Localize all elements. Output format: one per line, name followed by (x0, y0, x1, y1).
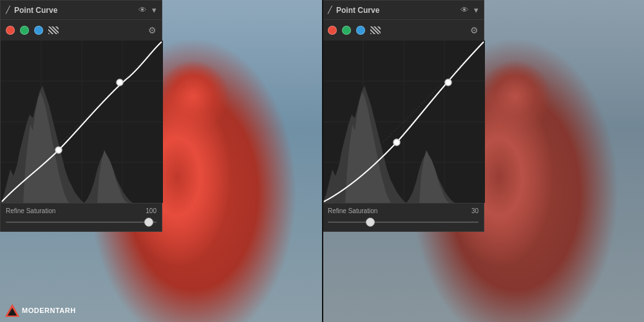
left-slider-thumb[interactable] (144, 218, 153, 227)
visibility-icon-left[interactable]: 👁 (138, 5, 147, 15)
stripe-channel-left[interactable] (48, 26, 59, 34)
gear-icon-left[interactable]: ⚙ (148, 25, 156, 35)
curve-line-icon-left: ╱ (6, 6, 10, 14)
blue-channel-dot-left[interactable] (34, 26, 43, 35)
watermark-triangle-icon (5, 304, 19, 317)
right-slider-label-row: Refine Saturation 30 (328, 207, 478, 214)
right-slider-label: Refine Saturation (328, 207, 377, 214)
left-channel-row: ⚙ (1, 20, 162, 41)
dropdown-icon-right[interactable]: ▾ (474, 5, 478, 15)
right-slider-thumb[interactable] (366, 218, 375, 227)
blue-channel-dot-right[interactable] (356, 26, 365, 35)
right-slider-track[interactable] (328, 217, 478, 227)
right-header-right: 👁 ▾ (460, 5, 478, 15)
right-slider-line (328, 222, 478, 223)
right-panel-title: Point Curve (336, 6, 379, 15)
watermark-left: MODERNTARH (5, 304, 76, 317)
left-panel-section: ╱ Point Curve 👁 ▾ ⚙ (0, 0, 322, 322)
right-curve-graph[interactable] (323, 41, 485, 203)
green-channel-dot-left[interactable] (20, 26, 29, 35)
red-channel-dot-left[interactable] (6, 26, 15, 35)
red-channel-dot-right[interactable] (328, 26, 337, 35)
svg-point-24 (393, 139, 400, 146)
left-header-left: ╱ Point Curve (6, 6, 57, 15)
left-slider-area: Refine Saturation 100 (1, 203, 162, 231)
curve-line-icon-right: ╱ (328, 6, 332, 14)
left-curve-panel: ╱ Point Curve 👁 ▾ ⚙ (0, 0, 162, 232)
right-slider-value: 30 (471, 207, 478, 214)
right-panel-header: ╱ Point Curve 👁 ▾ (323, 1, 484, 20)
svg-point-12 (117, 79, 123, 86)
left-slider-label: Refine Saturation (6, 207, 55, 214)
left-panel-title: Point Curve (14, 6, 57, 15)
left-header-right: 👁 ▾ (138, 5, 156, 15)
panel-divider (322, 0, 323, 322)
left-panel-header: ╱ Point Curve 👁 ▾ (1, 1, 162, 20)
left-slider-label-row: Refine Saturation 100 (6, 207, 156, 214)
left-grid (1, 41, 163, 203)
left-channel-row-right: ⚙ (148, 24, 156, 36)
right-panel-section: ╱ Point Curve 👁 ▾ ⚙ (322, 0, 644, 322)
right-header-left: ╱ Point Curve (328, 6, 379, 15)
right-grid (323, 41, 485, 203)
left-slider-track[interactable] (6, 217, 156, 227)
left-slider-value: 100 (146, 207, 156, 214)
right-slider-area: Refine Saturation 30 (323, 203, 484, 231)
svg-point-25 (445, 79, 451, 86)
stripe-channel-right[interactable] (370, 26, 381, 34)
svg-point-11 (55, 147, 62, 153)
right-channel-row: ⚙ (323, 20, 484, 41)
watermark-text-left: MODERNTARH (22, 307, 76, 314)
left-slider-line (6, 222, 156, 223)
right-channel-row-right: ⚙ (470, 24, 478, 36)
visibility-icon-right[interactable]: 👁 (460, 5, 469, 15)
gear-icon-right[interactable]: ⚙ (470, 25, 478, 35)
right-curve-panel: ╱ Point Curve 👁 ▾ ⚙ (322, 0, 484, 232)
dropdown-icon-left[interactable]: ▾ (152, 5, 156, 15)
green-channel-dot-right[interactable] (342, 26, 351, 35)
left-curve-graph[interactable] (1, 41, 163, 203)
